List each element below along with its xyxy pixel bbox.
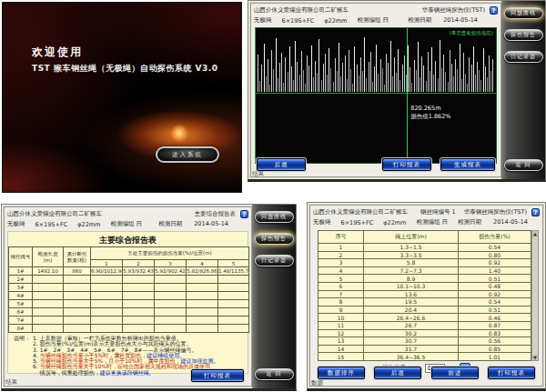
damage-list-row[interactable]: 11.3~1.50.54 (318, 244, 531, 252)
sidebar-item-playback-curve[interactable]: 回放曲线 (255, 211, 294, 223)
waveform-bar (364, 37, 365, 92)
rope-extra: 检测编组 日 (110, 220, 142, 228)
help-icon[interactable]: ? (490, 6, 498, 15)
sidebar-back-button[interactable]: 返 回 (255, 368, 294, 380)
rope-type: 无极绳 (254, 16, 272, 25)
waveform-bar (435, 61, 436, 92)
waveform-bar (261, 65, 262, 92)
waveform-bar (490, 71, 491, 91)
damage-list-row[interactable]: 1126.70.87 (318, 321, 531, 329)
waveform-bar (378, 74, 379, 92)
waveform-bar (386, 54, 387, 91)
sidebar-back-button[interactable]: 返 回 (504, 159, 543, 171)
scroll-down-icon[interactable]: ▼ (532, 355, 538, 360)
waveform-bar (362, 71, 363, 91)
detect-date: 检测日期 2014-05-14 (158, 220, 238, 228)
col-index: 序号 (318, 231, 364, 244)
waveform-bar (285, 57, 286, 92)
waveform-bar (431, 47, 432, 92)
waveform-bar (337, 71, 338, 92)
damage-list-row[interactable]: 35.80.92 (318, 259, 531, 267)
rope-diameter: φ22mm (324, 17, 347, 25)
report-table-row: 8# (9, 325, 249, 333)
damage-list-row[interactable]: 58.90.51 (318, 275, 531, 283)
waveform-bar (315, 61, 316, 92)
waveform-bar (266, 76, 267, 91)
damage-list-row[interactable]: 1330.70.56 (318, 337, 531, 346)
col-damage-2: 2 (123, 260, 155, 267)
waveform-bar (418, 42, 419, 92)
sidebar-item-daily-logger[interactable]: 日记录器 (255, 255, 294, 266)
rope-extra: 检测编组 日 (416, 218, 448, 226)
waveform-bar (445, 72, 446, 92)
waveform-bar (311, 45, 312, 92)
col-damage-5: 5 (218, 260, 249, 267)
generate-report-button[interactable]: 生成报表 (440, 158, 495, 171)
waveform-bars (258, 32, 494, 92)
help-icon[interactable]: ? (240, 210, 248, 218)
sidebar-item-flaw-report[interactable]: 探伤报告 (504, 29, 543, 41)
waveform-bar (477, 62, 478, 92)
waveform-bar (370, 52, 371, 91)
damage-list-row[interactable]: 920.40.51 (318, 306, 531, 314)
button-spacer (306, 158, 382, 171)
damage-list-button-row: 数据排序 后退 前进 打印报表 (318, 367, 535, 379)
waveform-bar (473, 46, 474, 92)
print-report-button[interactable]: 打印报表 (382, 158, 431, 171)
waveform-bar (392, 76, 393, 91)
help-icon[interactable]: ? (531, 208, 540, 216)
waveform-bar (273, 69, 274, 92)
scroll-up-icon[interactable]: ▲ (532, 231, 538, 236)
waveform-bar (281, 53, 282, 92)
back-button[interactable]: 后退 (374, 367, 421, 379)
waveform-bar (301, 51, 302, 92)
table-scrollbar[interactable]: ▲ ▼ (531, 230, 539, 361)
waveform-bar (357, 65, 358, 92)
col-damage-3: 3 (155, 260, 187, 267)
waveform-bar (390, 41, 391, 92)
detect-date: 检测日期 2014-05-14 (458, 218, 538, 226)
damage-list-row[interactable]: 23.3~3.50.80 (318, 251, 531, 259)
waveform-bar (268, 59, 268, 92)
waveform-bar (475, 75, 476, 91)
sidebar-item-playback-curve[interactable]: 回放曲线 (504, 7, 543, 19)
damage-list-row[interactable]: 1026.4~26.60.46 (318, 314, 531, 322)
report-table-row: 2# (9, 276, 249, 284)
waveform-bar (333, 82, 334, 92)
report-window: 山西介休义棠煤业有限公司二矿猴车 主要综合报告表 ? 无极绳 6×19S+FC … (1, 204, 297, 391)
print-report-button[interactable]: 打印报表 (191, 369, 244, 382)
col-damage-4: 4 (187, 260, 218, 267)
back-button[interactable]: 后退 (257, 158, 306, 171)
waveform-bar (279, 63, 280, 92)
company-name: 山西介休义棠煤业有限公司二矿猴车 (7, 210, 102, 218)
rope-type: 无极绳 (7, 220, 25, 228)
print-report-button[interactable]: 打印报表 (488, 367, 535, 379)
waveform-bar (269, 85, 270, 92)
forward-button[interactable]: 前进 (431, 367, 479, 379)
waveform-bar (329, 48, 329, 92)
waveform-bar (414, 60, 415, 92)
damage-list-row[interactable]: 713.60.92 (318, 290, 531, 298)
damage-list-row[interactable]: 1536.4~36.51.01 (318, 353, 531, 361)
enter-system-button[interactable]: 进入系统 (156, 146, 219, 163)
sidebar-item-flaw-report[interactable]: 探伤报告 (255, 233, 294, 245)
damage-list-row[interactable]: 1230.20.83 (318, 329, 531, 337)
sidebar-item-daily-logger[interactable]: 日记录器 (504, 51, 543, 63)
damage-list-row[interactable]: 1431.70.85 (318, 345, 531, 353)
waveform-button-row: 后退 打印报表 生成报表 (257, 158, 495, 171)
damage-list-row[interactable]: 610.1~10.30.48 (318, 282, 531, 290)
col-rope-no: 钢丝绳号 (9, 247, 33, 267)
waveform-bar (330, 68, 331, 92)
waveform-bar (404, 55, 405, 92)
col-damage-equivalent: 损伤当量(%) (459, 231, 531, 244)
waveform-chart[interactable]: (单击查看损伤信息) 820.265m 损伤值1.862% (255, 27, 497, 164)
rope-diameter: φ22mm (77, 221, 100, 228)
waveform-bar (438, 78, 439, 91)
damage-list-row[interactable]: 819.50.54 (318, 298, 531, 307)
sort-data-button[interactable]: 数据排序 (318, 367, 365, 379)
waveform-bar (342, 63, 343, 92)
waveform-bar (396, 73, 397, 92)
waveform-bar (289, 46, 290, 92)
app-title: TST 猴车钢丝绳（无极绳）自动探伤系统 V3.0 (32, 63, 217, 75)
damage-list-row[interactable]: 47.2~7.31.40 (318, 266, 531, 275)
